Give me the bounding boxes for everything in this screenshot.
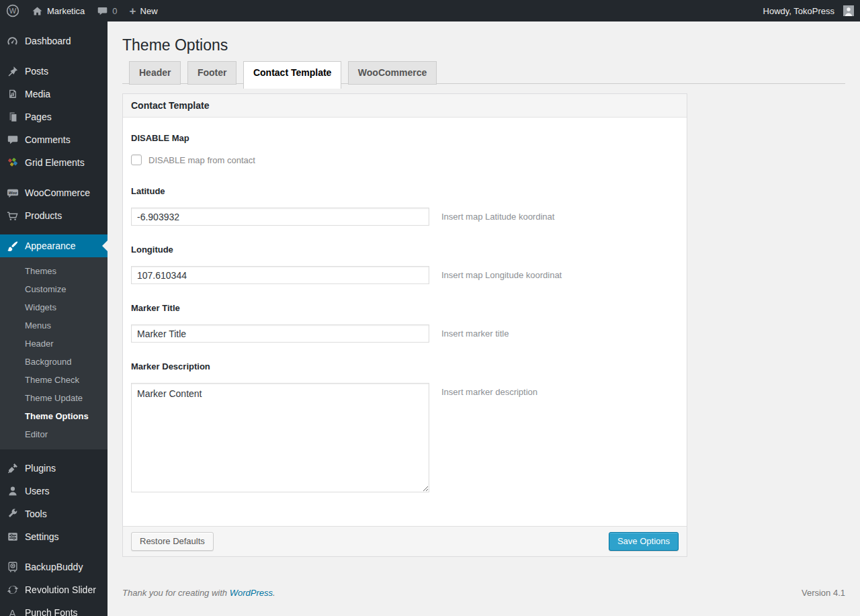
latitude-input[interactable] bbox=[131, 208, 429, 226]
marker-title-hint: Insert marker title bbox=[441, 324, 509, 339]
sidebar-item-appearance[interactable]: Appearance bbox=[0, 234, 108, 257]
panel-footer: Restore Defaults Save Options bbox=[123, 526, 687, 556]
submenu-label: Background bbox=[25, 357, 71, 367]
tab-bar: Header Footer Contact Template WooCommer… bbox=[122, 61, 845, 84]
submenu-item-menus[interactable]: Menus bbox=[0, 316, 108, 335]
sidebar-item-comments[interactable]: Comments bbox=[0, 128, 108, 151]
page-title: Theme Options bbox=[122, 21, 845, 55]
sidebar-item-revolution-slider[interactable]: Revolution Slider bbox=[0, 578, 108, 601]
marker-description-label: Marker Description bbox=[131, 362, 679, 371]
save-options-button[interactable]: Save Options bbox=[609, 532, 679, 551]
submenu-label: Themes bbox=[25, 266, 56, 276]
sidebar-item-grid-elements[interactable]: Grid Elements bbox=[0, 151, 108, 174]
sidebar-label: Comments bbox=[25, 134, 71, 145]
comments-bubble-icon bbox=[97, 5, 108, 17]
sidebar-item-plugins[interactable]: Plugins bbox=[0, 457, 108, 480]
version-text: Version 4.1 bbox=[802, 588, 845, 598]
new-label: New bbox=[140, 6, 158, 16]
panel-title: Contact Template bbox=[123, 94, 687, 118]
tab-footer[interactable]: Footer bbox=[187, 61, 237, 85]
appearance-submenu: Themes Customize Widgets Menus Header Ba… bbox=[0, 257, 108, 449]
sidebar-label: Grid Elements bbox=[25, 157, 85, 168]
page-footer: Thank you for creating with WordPress. V… bbox=[122, 588, 845, 598]
admin-bar-comments[interactable]: 0 bbox=[91, 0, 123, 21]
sidebar-item-punch-fonts[interactable]: A Punch Fonts bbox=[0, 601, 108, 616]
sidebar-label: Revolution Slider bbox=[25, 584, 96, 595]
sidebar-label: Posts bbox=[25, 66, 48, 77]
longitude-label: Longitude bbox=[131, 245, 679, 255]
howdy-text: Howdy, TokoPress bbox=[763, 6, 834, 16]
howdy-account-menu[interactable]: Howdy, TokoPress bbox=[757, 0, 860, 21]
footer-thanks: Thank you for creating with WordPress. bbox=[122, 588, 275, 598]
sidebar-item-settings[interactable]: Settings bbox=[0, 525, 108, 548]
longitude-field: Longitude Insert map Longitude koordinat bbox=[131, 245, 679, 284]
submenu-label: Menus bbox=[25, 320, 51, 331]
marker-title-input[interactable] bbox=[131, 324, 429, 343]
appearance-brush-icon bbox=[0, 240, 25, 253]
backupbuddy-icon bbox=[0, 561, 25, 573]
sidebar-item-users[interactable]: Users bbox=[0, 480, 108, 502]
submenu-item-theme-check[interactable]: Theme Check bbox=[0, 371, 108, 389]
contact-template-panel: Contact Template DISABLE Map DISABLE map… bbox=[122, 93, 687, 557]
marker-description-hint: Insert marker description bbox=[441, 383, 538, 397]
submenu-label: Theme Update bbox=[25, 393, 83, 403]
disable-map-checkbox[interactable] bbox=[131, 155, 142, 165]
punch-fonts-icon: A bbox=[0, 607, 25, 616]
submenu-label: Theme Check bbox=[25, 375, 79, 385]
sidebar-item-media[interactable]: Media bbox=[0, 83, 108, 105]
sidebar-item-tools[interactable]: Tools bbox=[0, 502, 108, 525]
tab-woocommerce[interactable]: WooCommerce bbox=[348, 61, 437, 85]
thanks-prefix: Thank you for creating with bbox=[122, 588, 227, 598]
sidebar-item-pages[interactable]: Pages bbox=[0, 105, 108, 128]
submenu-label: Editor bbox=[25, 429, 48, 439]
admin-bar: W Marketica 0 + New Howdy, TokoPress bbox=[0, 0, 860, 21]
sidebar-item-backupbuddy[interactable]: BackupBuddy bbox=[0, 556, 108, 578]
tab-header[interactable]: Header bbox=[129, 61, 181, 85]
thanks-suffix: . bbox=[273, 588, 275, 598]
products-cart-icon bbox=[0, 210, 25, 222]
latitude-field: Latitude Insert map Latitude koordinat bbox=[131, 187, 679, 226]
sidebar-label: Tools bbox=[25, 509, 47, 519]
submenu-item-background[interactable]: Background bbox=[0, 353, 108, 371]
submenu-item-editor[interactable]: Editor bbox=[0, 425, 108, 443]
sidebar-item-products[interactable]: Products bbox=[0, 204, 108, 227]
panel-body: DISABLE Map DISABLE map from contact Lat… bbox=[123, 118, 687, 526]
media-icon bbox=[0, 88, 25, 100]
marker-description-field: Marker Description Marker Content Insert… bbox=[131, 362, 679, 492]
sidebar-item-posts[interactable]: Posts bbox=[0, 60, 108, 83]
comment-count: 0 bbox=[112, 6, 117, 16]
avatar bbox=[843, 5, 854, 16]
submenu-item-theme-options[interactable]: Theme Options bbox=[0, 407, 108, 425]
restore-defaults-button[interactable]: Restore Defaults bbox=[131, 532, 214, 551]
wordpress-logo-menu[interactable]: W bbox=[0, 0, 26, 21]
sidebar-label: Dashboard bbox=[25, 36, 71, 46]
main-content: Theme Options Header Footer Contact Temp… bbox=[108, 0, 860, 598]
svg-text:W: W bbox=[9, 7, 17, 15]
longitude-hint: Insert map Longitude koordinat bbox=[441, 266, 562, 280]
sidebar-label: Users bbox=[25, 486, 50, 496]
submenu-item-header[interactable]: Header bbox=[0, 335, 108, 353]
marker-title-field: Marker Title Insert marker title bbox=[131, 304, 679, 343]
wordpress-link[interactable]: WordPress bbox=[230, 588, 273, 598]
tab-contact-template[interactable]: Contact Template bbox=[243, 61, 341, 89]
sidebar-label: Plugins bbox=[25, 463, 56, 474]
site-name-link[interactable]: Marketica bbox=[26, 0, 91, 21]
home-icon bbox=[32, 5, 43, 17]
site-name: Marketica bbox=[47, 6, 85, 16]
submenu-item-theme-update[interactable]: Theme Update bbox=[0, 389, 108, 407]
sidebar-item-woocommerce[interactable]: Woo WooCommerce bbox=[0, 181, 108, 204]
submenu-item-themes[interactable]: Themes bbox=[0, 262, 108, 280]
users-icon bbox=[0, 485, 25, 497]
longitude-input[interactable] bbox=[131, 266, 429, 284]
submenu-item-customize[interactable]: Customize bbox=[0, 280, 108, 298]
sidebar-item-dashboard[interactable]: Dashboard bbox=[0, 30, 108, 52]
disable-map-field: DISABLE Map DISABLE map from contact bbox=[131, 134, 679, 165]
new-content-menu[interactable]: + New bbox=[124, 0, 164, 21]
tools-wrench-icon bbox=[0, 508, 25, 520]
submenu-item-widgets[interactable]: Widgets bbox=[0, 298, 108, 316]
svg-text:Woo: Woo bbox=[8, 191, 17, 195]
comments-icon bbox=[0, 134, 25, 146]
marker-description-textarea[interactable]: Marker Content bbox=[131, 383, 429, 492]
wordpress-logo-icon: W bbox=[6, 4, 19, 17]
latitude-hint: Insert map Latitude koordinat bbox=[441, 208, 554, 222]
